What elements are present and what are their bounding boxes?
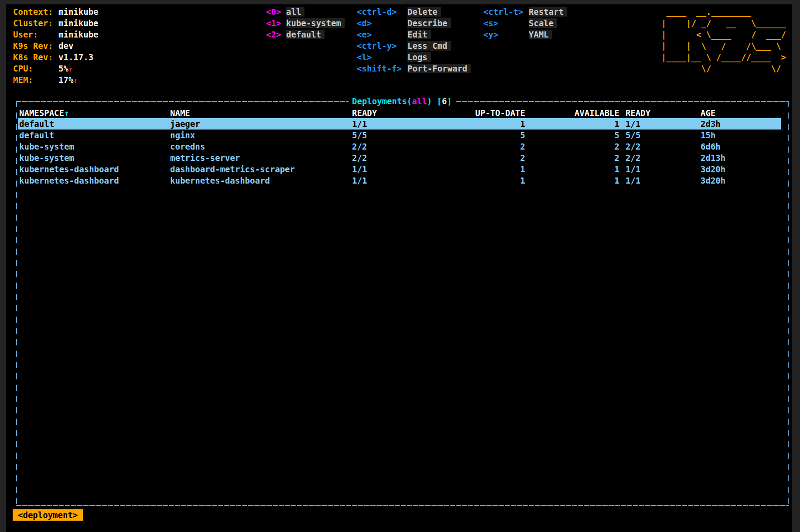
hotkey-d: <d>: [357, 17, 407, 29]
logo-line: \/ \/: [661, 63, 786, 74]
hotkey-0: <0>: [266, 6, 286, 17]
cell-ready2: 1/1: [626, 118, 640, 130]
namespace-menu: <0>all <1>kube-system <2>default: [266, 6, 345, 40]
table-row-metrics-server[interactable]: kube-system metrics-server 2/2 2 2 2/2 2…: [18, 152, 781, 164]
table-title-scope: all: [412, 96, 427, 106]
hotkey-ctrl-d: <ctrl-d>: [357, 6, 407, 17]
cell-available: 1: [554, 175, 619, 186]
column-header-up-to-date[interactable]: UP-TO-DATE: [438, 107, 525, 119]
table-header-row: NAMESPACE↑ NAME READY UP-TO-DATE AVAILAB…: [18, 107, 781, 119]
column-header-available[interactable]: AVAILABLE: [554, 107, 619, 119]
command-logs[interactable]: <l>Logs: [357, 51, 471, 63]
info-row-context: Context:minikube: [13, 6, 99, 17]
logo-line: | < \____ / ___/: [661, 29, 786, 40]
info-row-k8s-rev: K8s Rev:v1.17.3: [13, 51, 99, 63]
column-header-ready2[interactable]: READY: [626, 107, 650, 119]
cell-ready2: 5/5: [626, 130, 640, 141]
hotkey-ctrl-y: <ctrl-y>: [357, 40, 407, 51]
cell-age: 3d20h: [701, 175, 725, 186]
mem-value: 17%: [58, 75, 73, 85]
command-label-logs: Logs: [407, 52, 431, 62]
cell-namespace: kubernetes-dashboard: [19, 164, 119, 175]
cell-name: coredns: [170, 141, 205, 152]
hotkey-shift-f: <shift-f>: [357, 63, 407, 74]
k9s-rev-value: dev: [58, 41, 73, 51]
info-row-user: User:minikube: [13, 29, 99, 40]
info-row-cpu: CPU:5%↑: [13, 63, 99, 74]
command-less-cmd[interactable]: <ctrl-y>Less Cmd: [357, 40, 471, 51]
logo-line: | |/ _/ __ \______: [661, 17, 786, 29]
sort-ascending-icon: ↑: [64, 108, 69, 118]
cell-ready: 1/1: [352, 164, 367, 175]
k8s-rev-value: v1.17.3: [58, 52, 93, 62]
info-row-cluster: Cluster:minikube: [13, 17, 99, 29]
cell-name: jaeger: [170, 118, 200, 130]
column-header-namespace-label: NAMESPACE: [19, 108, 64, 118]
command-edit[interactable]: <e>Edit: [357, 29, 471, 40]
table-row-kubernetes-dashboard[interactable]: kubernetes-dashboard kubernetes-dashboar…: [18, 175, 781, 186]
logo-line: | | \ / /\___ \: [661, 40, 786, 51]
table-title-paren: (: [407, 96, 412, 106]
command-menu-secondary: <ctrl-t>Restart <s>Scale <y>YAML: [483, 6, 567, 40]
namespace-label-kube-system: kube-system: [286, 18, 345, 28]
command-menu-primary: <ctrl-d>Delete <d>Describe <e>Edit <ctrl…: [357, 6, 471, 74]
cell-age: 2d3h: [701, 118, 721, 130]
cell-up-to-date: 1: [438, 118, 525, 130]
namespace-item-all[interactable]: <0>all: [266, 6, 345, 17]
user-label: User:: [13, 29, 58, 40]
column-header-name[interactable]: NAME: [170, 107, 190, 119]
frame-border-left: [16, 101, 17, 506]
hotkey-s: <s>: [483, 17, 529, 29]
command-delete[interactable]: <ctrl-d>Delete: [357, 6, 471, 17]
command-yaml[interactable]: <y>YAML: [483, 29, 567, 40]
cpu-trend-up-icon: ↑: [68, 65, 73, 73]
column-header-ready[interactable]: READY: [352, 107, 377, 119]
table-row-nginx[interactable]: default nginx 5/5 5 5 5/5 15h: [18, 130, 781, 141]
user-value: minikube: [58, 30, 99, 39]
cell-up-to-date: 1: [438, 175, 525, 186]
mem-trend-up-icon: ↑: [73, 76, 78, 85]
cell-age: 2d13h: [701, 152, 725, 164]
table-row-jaeger[interactable]: default jaeger 1/1 1 1 1/1 2d3h: [18, 118, 781, 130]
table-title-paren: ): [427, 96, 437, 106]
frame-border-right: [788, 101, 789, 506]
cell-ready2: 2/2: [626, 152, 640, 164]
table-title-count: 6: [442, 96, 447, 106]
cell-ready2: 1/1: [626, 175, 640, 186]
cpu-value: 5%: [58, 64, 68, 73]
cell-up-to-date: 5: [438, 130, 525, 141]
hotkey-l: <l>: [357, 51, 407, 63]
namespace-item-kube-system[interactable]: <1>kube-system: [266, 17, 345, 29]
command-port-forward[interactable]: <shift-f>Port-Forward: [357, 63, 471, 74]
cluster-label: Cluster:: [13, 17, 58, 29]
cell-available: 1: [554, 164, 619, 175]
hotkey-1: <1>: [266, 17, 286, 29]
cluster-info-panel: Context:minikube Cluster:minikube User:m…: [13, 6, 99, 85]
breadcrumb-deployment[interactable]: <deployment>: [13, 509, 83, 521]
table-row-coredns[interactable]: kube-system coredns 2/2 2 2 2/2 6d6h: [18, 141, 781, 152]
command-scale[interactable]: <s>Scale: [483, 17, 567, 29]
cell-up-to-date: 2: [438, 141, 525, 152]
command-label-scale: Scale: [529, 18, 557, 28]
column-header-age[interactable]: AGE: [701, 107, 715, 119]
cell-ready2: 2/2: [626, 141, 640, 152]
k8s-rev-label: K8s Rev:: [13, 51, 58, 63]
cell-age: 15h: [701, 130, 715, 141]
command-label-delete: Delete: [407, 7, 441, 17]
cell-available: 1: [554, 118, 619, 130]
cell-ready: 5/5: [352, 130, 367, 141]
command-label-describe: Describe: [407, 18, 451, 28]
hotkey-y: <y>: [483, 29, 529, 40]
column-header-namespace[interactable]: NAMESPACE↑: [19, 107, 69, 119]
command-describe[interactable]: <d>Describe: [357, 17, 471, 29]
info-row-mem: MEM:17%↑: [13, 74, 99, 85]
cell-name: metrics-server: [170, 152, 240, 164]
namespace-label-all: all: [286, 7, 304, 17]
command-restart[interactable]: <ctrl-t>Restart: [483, 6, 567, 17]
cell-ready: 2/2: [352, 141, 367, 152]
mem-label: MEM:: [13, 74, 58, 85]
hotkey-2: <2>: [266, 29, 286, 40]
frame-border-bottom: [16, 505, 789, 506]
table-row-dashboard-metrics-scraper[interactable]: kubernetes-dashboard dashboard-metrics-s…: [18, 164, 781, 175]
namespace-item-default[interactable]: <2>default: [266, 29, 345, 40]
